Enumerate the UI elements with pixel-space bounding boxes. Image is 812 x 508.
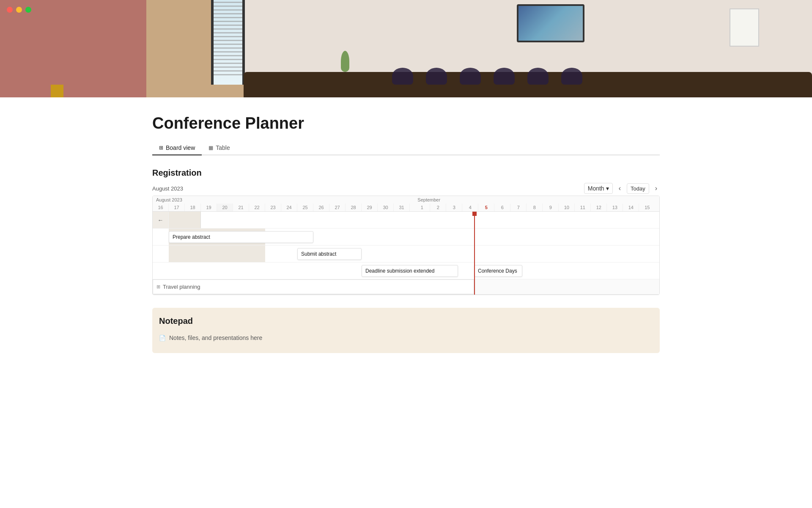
date-cell: 23 xyxy=(265,204,281,211)
travel-planning-bar[interactable]: ⊞ Travel planning xyxy=(153,279,474,294)
main-content: Conference Planner ⊞ Board view ▦ Table … xyxy=(110,114,702,353)
date-cell: 7 xyxy=(510,204,527,211)
date-cell: 12 xyxy=(591,204,607,211)
date-cell: 18 xyxy=(185,204,201,211)
gantt-row-deadline: Deadline submission extended Conference … xyxy=(153,262,659,279)
date-cell: 4 xyxy=(462,204,478,211)
gantt-chart: August 2023 16 17 18 19 20 21 22 23 24 2… xyxy=(152,196,660,295)
date-cell: 22 xyxy=(249,204,265,211)
task-conference-days[interactable]: Conference Days xyxy=(474,265,522,277)
view-tabs: ⊞ Board view ▦ Table xyxy=(152,141,660,155)
shaded-bg xyxy=(169,246,265,262)
chevron-down-icon: ▾ xyxy=(606,185,609,192)
date-cell: 29 xyxy=(362,204,378,211)
expand-icon: ⊞ xyxy=(156,284,160,290)
close-button[interactable] xyxy=(7,7,13,13)
september-label: September xyxy=(414,196,659,204)
task-prepare-abstract[interactable]: Prepare abstract xyxy=(169,231,313,243)
month-selector-label: Month xyxy=(588,185,604,192)
notepad-item[interactable]: 📄 Notes, files, and presentations here xyxy=(159,331,653,345)
notepad-section: Notepad 📄 Notes, files, and presentation… xyxy=(152,308,660,353)
today-dot xyxy=(472,212,477,216)
bookmark-icon xyxy=(51,85,63,97)
task-prepare-abstract-label: Prepare abstract xyxy=(173,234,210,240)
date-cell: 28 xyxy=(346,204,362,211)
gantt-row-submit-abstract: Submit abstract xyxy=(153,246,659,262)
board-view-icon: ⊞ xyxy=(159,145,163,151)
notepad-title: Notepad xyxy=(159,316,653,326)
back-arrow-icon: ← xyxy=(158,217,164,224)
easel-whiteboard xyxy=(730,0,763,85)
today-button[interactable]: Today xyxy=(627,183,649,194)
back-arrow-cell[interactable]: ← xyxy=(153,212,169,228)
page-title: Conference Planner xyxy=(152,114,660,133)
task-conference-days-label: Conference Days xyxy=(478,268,517,274)
maximize-button[interactable] xyxy=(25,7,31,13)
gantt-row-prepare-abstract: Prepare abstract xyxy=(153,229,659,246)
date-cell: 17 xyxy=(169,204,185,211)
next-month-button[interactable]: › xyxy=(653,184,660,193)
date-cell: 3 xyxy=(446,204,462,211)
prev-month-button[interactable]: ‹ xyxy=(616,184,623,193)
date-cell: 31 xyxy=(394,204,410,211)
today-line xyxy=(474,212,475,295)
date-cell: 27 xyxy=(329,204,346,211)
date-cell: 30 xyxy=(378,204,394,211)
gantt-row-1: ← xyxy=(153,212,659,229)
date-cell: 15 xyxy=(639,204,655,211)
date-cell: 16 xyxy=(153,204,169,211)
notepad-item-label: Notes, files, and presentations here xyxy=(169,334,262,341)
date-cell: 13 xyxy=(607,204,623,211)
task-deadline[interactable]: Deadline submission extended xyxy=(362,265,458,277)
date-cell: 25 xyxy=(297,204,313,211)
chairs-row xyxy=(203,68,771,85)
group-row-travel[interactable]: ⊞ Travel planning xyxy=(153,279,659,295)
date-cell: 26 xyxy=(313,204,329,211)
date-cell-today: 5 xyxy=(478,204,494,211)
date-cell: 24 xyxy=(281,204,297,211)
gantt-body: ← xyxy=(153,212,659,295)
date-cell: 20 xyxy=(217,204,233,211)
minimize-button[interactable] xyxy=(16,7,22,13)
task-submit-abstract-label: Submit abstract xyxy=(301,251,336,257)
date-cell: 1 xyxy=(414,204,430,211)
timeline-period-label: August 2023 xyxy=(152,185,183,192)
tab-table-label: Table xyxy=(216,144,230,151)
tab-table[interactable]: ▦ Table xyxy=(202,141,236,155)
date-cell: 21 xyxy=(233,204,249,211)
date-cell: 2 xyxy=(430,204,446,211)
date-cell: 6 xyxy=(494,204,510,211)
shaded-cell xyxy=(169,212,201,228)
date-cell: 19 xyxy=(201,204,217,211)
date-cell: 10 xyxy=(559,204,575,211)
window-controls xyxy=(7,7,31,13)
date-cell: 11 xyxy=(575,204,591,211)
month-selector[interactable]: Month ▾ xyxy=(584,183,613,194)
august-label: August 2023 xyxy=(153,196,414,204)
registration-section: Registration August 2023 Month ▾ ‹ Today… xyxy=(152,168,660,295)
display-tv xyxy=(517,4,584,42)
document-icon: 📄 xyxy=(159,335,166,341)
tab-board-label: Board view xyxy=(166,144,195,151)
tab-board-view[interactable]: ⊞ Board view xyxy=(152,141,202,155)
date-cell: 9 xyxy=(543,204,559,211)
date-cell: 14 xyxy=(623,204,639,211)
task-deadline-label: Deadline submission extended xyxy=(365,268,434,274)
travel-planning-label: Travel planning xyxy=(163,284,200,290)
hero-image xyxy=(0,0,812,97)
task-submit-abstract[interactable]: Submit abstract xyxy=(297,248,362,260)
registration-title: Registration xyxy=(152,168,660,178)
table-icon: ▦ xyxy=(208,145,213,151)
date-cell: 8 xyxy=(527,204,543,211)
